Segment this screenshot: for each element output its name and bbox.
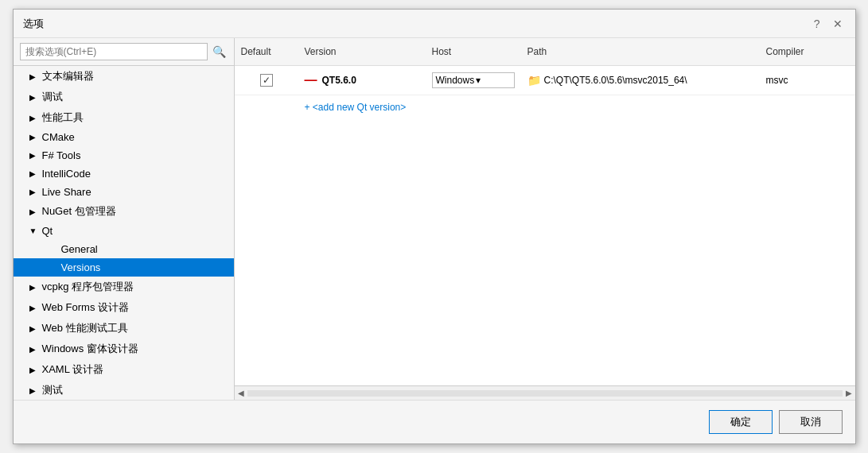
version-label-0: QT5.6.0: [322, 75, 356, 86]
tree-item-6[interactable]: ▶Live Share: [14, 183, 234, 201]
tree-arrow-8: ▼: [29, 226, 39, 235]
scroll-right-arrow[interactable]: ▶: [843, 389, 855, 397]
path-label-0: C:\QT\QT5.6.0\5.6\msvc2015_64\: [544, 75, 687, 86]
tree-arrow-13: ▶: [29, 324, 39, 333]
right-panel: Default Version Host Path Compiler —QT5.…: [235, 38, 855, 400]
horizontal-scrollbar[interactable]: ◀ ▶: [235, 385, 855, 400]
ok-button[interactable]: 确定: [709, 410, 773, 434]
footer: 确定 取消: [14, 400, 855, 443]
search-box: 🔍: [14, 38, 234, 66]
tree-item-1[interactable]: ▶调试: [14, 87, 234, 107]
header-path: Path: [521, 43, 760, 60]
scroll-left-arrow[interactable]: ◀: [235, 389, 247, 397]
add-version-row[interactable]: + <add new Qt version>: [235, 95, 855, 119]
add-version-label[interactable]: + <add new Qt version>: [298, 99, 426, 116]
tree-item-2[interactable]: ▶性能工具: [14, 107, 234, 128]
tree-arrow-15: ▶: [29, 366, 39, 374]
tree-arrow-4: ▶: [29, 151, 39, 160]
title-bar-controls: ? ✕: [811, 17, 846, 31]
tree-arrow-6: ▶: [29, 188, 39, 196]
tree-item-label-4: F# Tools: [42, 149, 81, 161]
search-input[interactable]: [20, 43, 208, 60]
table-header: Default Version Host Path Compiler: [235, 38, 855, 66]
td-compiler-0: msvc: [760, 72, 855, 89]
tree-item-4[interactable]: ▶F# Tools: [14, 146, 234, 165]
tree-item-14[interactable]: ▶Windows 窗体设计器: [14, 339, 234, 359]
tree-item-13[interactable]: ▶Web 性能测试工具: [14, 318, 234, 339]
tree-item-label-8: Qt: [42, 225, 53, 237]
tree-arrow-16: ▶: [29, 386, 39, 395]
tree-arrow-7: ▶: [29, 207, 39, 216]
td-host-0[interactable]: Windows ▾: [426, 69, 521, 91]
tree-arrow-12: ▶: [29, 304, 39, 312]
dialog: 选项 ? ✕ 🔍 ▶文本编辑器▶调试▶性能工具▶CMake▶F# Tools▶I…: [13, 9, 856, 444]
table-body: —QT5.6.0Windows ▾📁C:\QT\QT5.6.0\5.6\msvc…: [235, 66, 855, 119]
tree-item-9[interactable]: General: [14, 240, 234, 258]
tree-item-10[interactable]: Versions: [14, 258, 234, 277]
header-host: Host: [426, 43, 521, 60]
tree-item-15[interactable]: ▶XAML 设计器: [14, 359, 234, 380]
tree-item-label-13: Web 性能测试工具: [42, 321, 128, 335]
host-select-0[interactable]: Windows ▾: [432, 72, 515, 88]
tree-arrow-1: ▶: [29, 93, 39, 102]
tree-item-5[interactable]: ▶IntelliCode: [14, 165, 234, 183]
tree-item-label-3: CMake: [42, 131, 75, 143]
search-button[interactable]: 🔍: [211, 44, 228, 60]
header-version: Version: [298, 43, 426, 60]
host-dropdown-arrow-0: ▾: [476, 75, 481, 86]
add-row-default: [235, 104, 298, 110]
tree-item-label-11: vcpkg 程序包管理器: [42, 280, 134, 294]
tree-item-0[interactable]: ▶文本编辑器: [14, 66, 234, 87]
td-version-0: —QT5.6.0: [298, 70, 426, 91]
minus-icon-0[interactable]: —: [305, 73, 317, 87]
tree-arrow-0: ▶: [29, 72, 39, 81]
tree-item-label-15: XAML 设计器: [42, 362, 104, 377]
tree-arrow-5: ▶: [29, 169, 39, 178]
tree-arrow-2: ▶: [29, 114, 39, 122]
dialog-title: 选项: [23, 17, 44, 31]
tree-arrow-3: ▶: [29, 133, 39, 141]
td-path-0: 📁C:\QT\QT5.6.0\5.6\msvc2015_64\: [521, 71, 760, 90]
tree-item-label-9: General: [61, 243, 98, 255]
td-default-0[interactable]: [235, 71, 298, 90]
checkbox-0[interactable]: [260, 74, 273, 87]
tree-arrow-11: ▶: [29, 283, 39, 292]
table-row-0: —QT5.6.0Windows ▾📁C:\QT\QT5.6.0\5.6\msvc…: [235, 66, 855, 95]
tree-item-label-12: Web Forms 设计器: [42, 300, 130, 315]
tree-area[interactable]: ▶文本编辑器▶调试▶性能工具▶CMake▶F# Tools▶IntelliCod…: [14, 66, 234, 400]
tree-item-label-2: 性能工具: [42, 110, 84, 125]
tree-item-12[interactable]: ▶Web Forms 设计器: [14, 297, 234, 318]
close-button[interactable]: ✕: [830, 17, 846, 31]
tree-item-11[interactable]: ▶vcpkg 程序包管理器: [14, 277, 234, 297]
tree-item-label-6: Live Share: [42, 186, 91, 198]
left-panel: 🔍 ▶文本编辑器▶调试▶性能工具▶CMake▶F# Tools▶IntelliC…: [14, 38, 235, 400]
content-area: 🔍 ▶文本编辑器▶调试▶性能工具▶CMake▶F# Tools▶IntelliC…: [14, 38, 855, 400]
scrollbar-track[interactable]: [247, 390, 843, 397]
help-button[interactable]: ?: [811, 17, 823, 31]
host-label-0: Windows: [436, 75, 475, 86]
tree-item-7[interactable]: ▶NuGet 包管理器: [14, 201, 234, 222]
folder-icon-0: 📁: [527, 74, 541, 87]
tree-item-label-7: NuGet 包管理器: [42, 204, 116, 219]
title-bar: 选项 ? ✕: [14, 10, 855, 38]
tree-item-label-14: Windows 窗体设计器: [42, 342, 138, 356]
header-compiler: Compiler: [760, 43, 855, 60]
tree-item-8[interactable]: ▼Qt: [14, 222, 234, 240]
tree-item-16[interactable]: ▶测试: [14, 380, 234, 400]
tree-arrow-14: ▶: [29, 345, 39, 354]
tree-item-3[interactable]: ▶CMake: [14, 128, 234, 146]
tree-item-label-10: Versions: [61, 261, 101, 273]
tree-item-label-16: 测试: [42, 383, 63, 397]
tree-item-label-1: 调试: [42, 90, 63, 104]
tree-item-label-0: 文本编辑器: [42, 69, 94, 83]
tree-item-label-5: IntelliCode: [42, 168, 91, 180]
cancel-button[interactable]: 取消: [779, 410, 843, 434]
header-default: Default: [235, 43, 298, 60]
right-content: Default Version Host Path Compiler —QT5.…: [235, 38, 855, 385]
